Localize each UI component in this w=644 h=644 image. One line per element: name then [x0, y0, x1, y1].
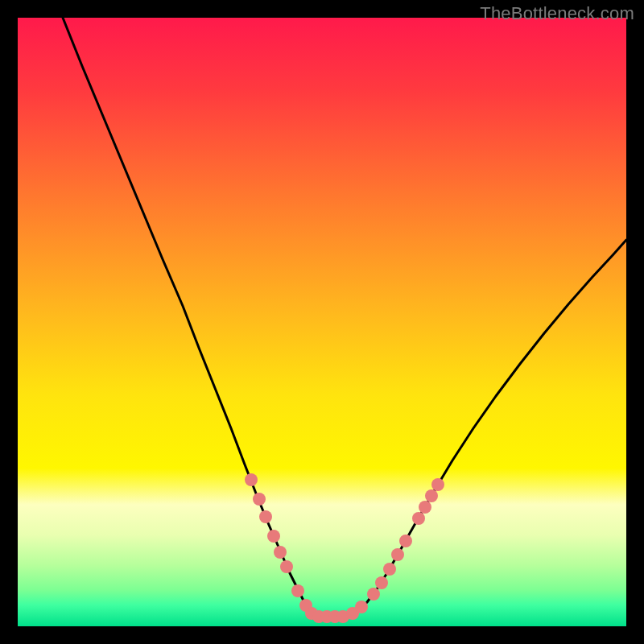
scatter-point	[375, 576, 388, 589]
scatter-point	[391, 548, 404, 561]
scatter-point	[431, 478, 444, 491]
watermark-label: TheBottleneck.com	[480, 3, 634, 24]
scatter-point	[291, 584, 304, 597]
bottleneck-chart	[18, 18, 626, 626]
scatter-point	[259, 510, 272, 523]
scatter-point	[274, 546, 287, 559]
scatter-point	[355, 601, 368, 613]
scatter-point	[425, 489, 438, 502]
plot-area	[18, 18, 626, 626]
scatter-point	[267, 530, 280, 543]
scatter-point	[419, 501, 431, 514]
scatter-point	[245, 473, 258, 486]
outer-frame: TheBottleneck.com	[0, 0, 644, 644]
scatter-point	[367, 588, 380, 601]
scatter-point	[399, 535, 412, 547]
scatter-point	[412, 512, 425, 525]
scatter-point	[383, 563, 396, 576]
scatter-point	[280, 560, 293, 573]
scatter-point	[253, 493, 266, 506]
gradient-background	[18, 18, 626, 626]
